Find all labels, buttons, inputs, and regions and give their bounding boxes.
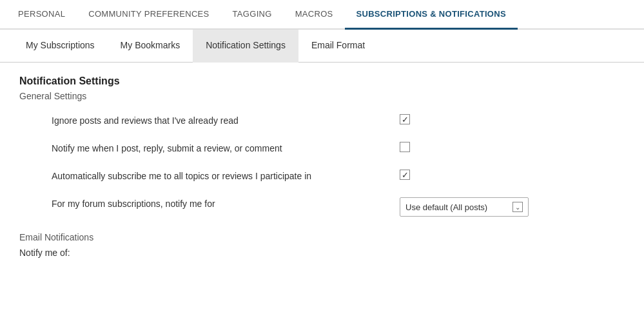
subtab-my-subscriptions[interactable]: My Subscriptions [13, 30, 108, 63]
ignore-posts-checkbox[interactable] [400, 114, 410, 124]
tab-personal[interactable]: PERSONAL [6, 0, 77, 30]
subtab-email-format[interactable]: Email Format [298, 30, 378, 63]
dropdown-value: Use default (All posts) [405, 202, 487, 212]
ignore-posts-control [400, 114, 410, 124]
setting-row-auto-subscribe: Automatically subscribe me to all topics… [19, 170, 625, 183]
tab-community-preferences[interactable]: COMMUNITY PREFERENCES [77, 0, 220, 30]
setting-row-notify-post: Notify me when I post, reply, submit a r… [19, 142, 625, 155]
notify-post-checkbox[interactable] [400, 142, 410, 152]
subtab-my-bookmarks[interactable]: My Bookmarks [108, 30, 193, 63]
forum-subscriptions-label: For my forum subscriptions, notify me fo… [52, 197, 374, 211]
setting-row-ignore-posts: Ignore posts and reviews that I've alrea… [19, 114, 625, 128]
general-settings-label: General Settings [19, 91, 625, 101]
auto-subscribe-checkbox[interactable] [400, 170, 410, 180]
email-notifications-section: Email Notifications Notify me of: [19, 232, 625, 258]
email-notifications-label: Email Notifications [19, 232, 625, 242]
forum-subscriptions-dropdown[interactable]: Use default (All posts) ⌄ [400, 197, 529, 217]
subtab-notification-settings[interactable]: Notification Settings [193, 30, 298, 63]
tab-tagging[interactable]: TAGGING [221, 0, 284, 30]
sub-nav: My Subscriptions My Bookmarks Notificati… [0, 30, 644, 63]
page-title: Notification Settings [19, 75, 625, 87]
notify-post-label: Notify me when I post, reply, submit a r… [52, 142, 374, 155]
tab-macros[interactable]: MACROS [284, 0, 345, 30]
tab-subscriptions-notifications[interactable]: SUBSCRIPTIONS & NOTIFICATIONS [345, 0, 518, 30]
setting-row-forum-subscriptions: For my forum subscriptions, notify me fo… [19, 197, 625, 217]
top-nav: PERSONAL COMMUNITY PREFERENCES TAGGING M… [0, 0, 644, 30]
forum-subscriptions-control: Use default (All posts) ⌄ [400, 197, 529, 217]
ignore-posts-label: Ignore posts and reviews that I've alrea… [52, 114, 374, 128]
chevron-down-icon: ⌄ [512, 202, 523, 212]
main-content: Notification Settings General Settings I… [0, 63, 644, 276]
auto-subscribe-control [400, 170, 410, 180]
auto-subscribe-label: Automatically subscribe me to all topics… [52, 170, 374, 183]
notify-post-control [400, 142, 410, 152]
notify-me-of-label: Notify me of: [19, 248, 625, 258]
